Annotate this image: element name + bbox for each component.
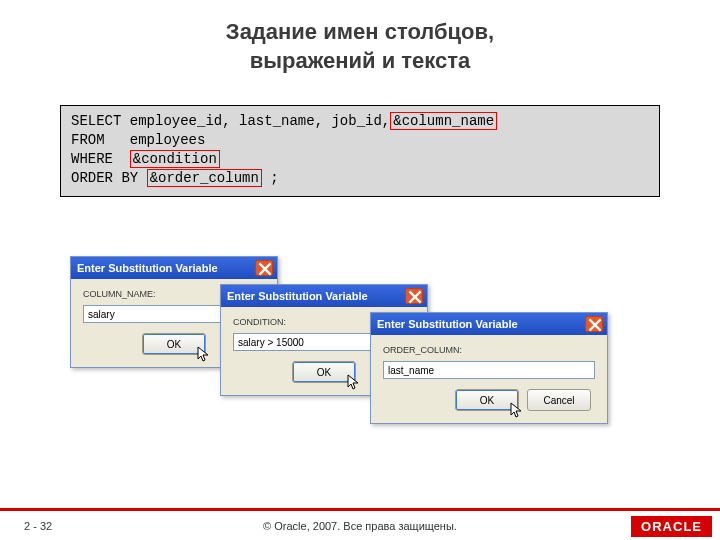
sql-text: SELECT employee_id, last_name, job_id,: [71, 113, 390, 129]
sql-line-4: ORDER BY &order_column ;: [71, 169, 649, 188]
order-column-input[interactable]: [383, 361, 595, 379]
cancel-button[interactable]: Cancel: [527, 389, 591, 411]
ok-label: OK: [317, 367, 331, 378]
sql-text: ORDER BY: [71, 170, 147, 186]
sql-line-3: WHERE &condition: [71, 150, 649, 169]
dialog-title: Enter Substitution Variable: [375, 318, 518, 330]
dialog-body: ORDER_COLUMN: OK Cancel: [371, 335, 607, 423]
dialog-stack: Enter Substitution Variable COLUMN_NAME:…: [70, 256, 670, 476]
titlebar: Enter Substitution Variable: [71, 257, 277, 279]
button-row: OK Cancel: [383, 389, 595, 411]
dialog-title: Enter Substitution Variable: [225, 290, 368, 302]
cursor-icon: [510, 402, 524, 420]
ok-button[interactable]: OK: [455, 389, 519, 411]
ok-label: OK: [480, 395, 494, 406]
sql-text: ;: [262, 170, 279, 186]
footer-bar: 2 - 32 © Oracle, 2007. Все права защищен…: [0, 512, 720, 540]
field-label: ORDER_COLUMN:: [383, 345, 595, 355]
title-line2: выражений и текста: [0, 47, 720, 76]
ok-button[interactable]: OK: [292, 361, 356, 383]
close-icon[interactable]: [585, 316, 603, 332]
titlebar: Enter Substitution Variable: [371, 313, 607, 335]
sql-line-2: FROM employees: [71, 131, 649, 150]
title-line1: Задание имен столбцов,: [0, 18, 720, 47]
footer: 2 - 32 © Oracle, 2007. Все права защищен…: [0, 508, 720, 540]
cursor-icon: [347, 374, 361, 392]
substitution-var-condition: &condition: [130, 150, 220, 168]
substitution-var-order: &order_column: [147, 169, 262, 187]
ok-label: OK: [167, 339, 181, 350]
close-icon[interactable]: [405, 288, 423, 304]
sql-code-block: SELECT employee_id, last_name, job_id,&c…: [60, 105, 660, 197]
copyright: © Oracle, 2007. Все права защищены.: [0, 520, 720, 532]
ok-button[interactable]: OK: [142, 333, 206, 355]
page-number: 2 - 32: [24, 520, 52, 532]
oracle-logo: ORACLE: [631, 516, 712, 537]
slide-title: Задание имен столбцов, выражений и текст…: [0, 18, 720, 75]
cursor-icon: [197, 346, 211, 364]
close-icon[interactable]: [255, 260, 273, 276]
cancel-label: Cancel: [543, 395, 574, 406]
dialog-order-column: Enter Substitution Variable ORDER_COLUMN…: [370, 312, 608, 424]
titlebar: Enter Substitution Variable: [221, 285, 427, 307]
sql-line-1: SELECT employee_id, last_name, job_id,&c…: [71, 112, 649, 131]
sql-text: WHERE: [71, 151, 130, 167]
dialog-title: Enter Substitution Variable: [75, 262, 218, 274]
substitution-var-column: &column_name: [390, 112, 497, 130]
